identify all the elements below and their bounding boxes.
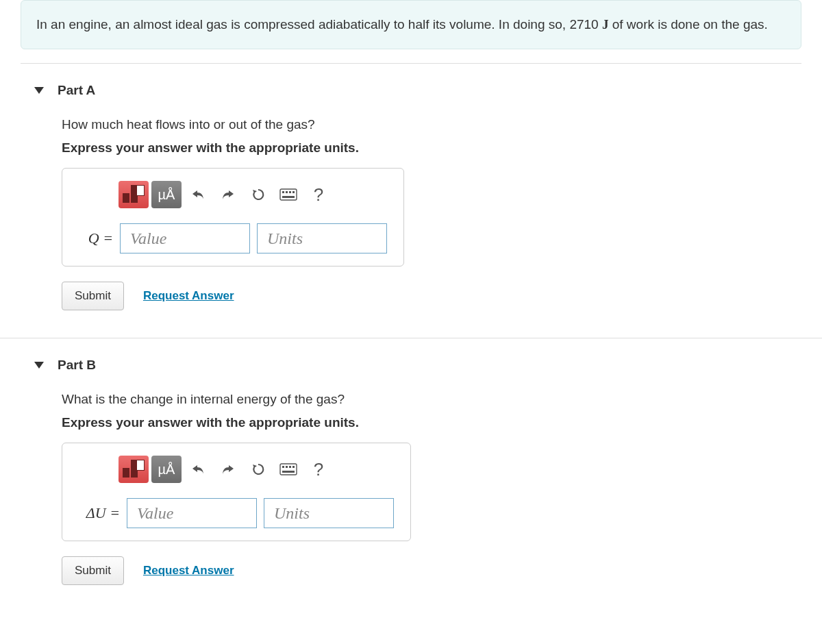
part-a-toolbar: µÅ ? xyxy=(119,181,387,208)
part-a-body: How much heat flows into or out of the g… xyxy=(0,110,822,331)
template-icon[interactable] xyxy=(119,181,149,208)
svg-rect-1 xyxy=(282,191,284,193)
svg-rect-0 xyxy=(280,189,297,200)
redo-icon[interactable] xyxy=(214,181,242,208)
part-b-submit-button[interactable]: Submit xyxy=(62,556,124,585)
svg-rect-6 xyxy=(280,464,297,475)
part-b-var-label: ΔU = xyxy=(79,504,120,522)
part-a-input-row: Q = Value Units xyxy=(79,223,387,253)
part-b-hint: Express your answer with the appropriate… xyxy=(62,415,801,430)
template-icon[interactable] xyxy=(119,456,149,483)
svg-rect-7 xyxy=(282,466,284,468)
keyboard-icon[interactable] xyxy=(275,181,302,208)
part-b-units-input[interactable]: Units xyxy=(264,498,394,528)
intro-text-pre: In an engine, an almost ideal gas is com… xyxy=(36,17,602,32)
part-b-header[interactable]: Part B xyxy=(0,338,822,385)
svg-rect-11 xyxy=(282,471,295,473)
part-a-question: How much heat flows into or out of the g… xyxy=(62,117,801,132)
svg-rect-4 xyxy=(292,191,295,193)
collapse-icon xyxy=(34,87,44,94)
part-a-hint: Express your answer with the appropriate… xyxy=(62,140,801,156)
help-icon[interactable]: ? xyxy=(305,456,332,483)
reset-icon[interactable] xyxy=(245,456,272,483)
part-b-title: Part B xyxy=(58,358,96,373)
problem-intro: In an engine, an almost ideal gas is com… xyxy=(21,0,801,49)
svg-rect-10 xyxy=(292,466,295,468)
part-b-input-row: ΔU = Value Units xyxy=(79,498,394,528)
part-b-question: What is the change in internal energy of… xyxy=(62,392,801,407)
part-b-answer-panel: µÅ ? ΔU = Value Units xyxy=(62,443,411,541)
collapse-icon xyxy=(34,362,44,369)
intro-text-post: of work is done on the gas. xyxy=(608,17,767,32)
part-a-units-input[interactable]: Units xyxy=(257,223,387,253)
part-a-header[interactable]: Part A xyxy=(0,64,822,110)
part-a-actions: Submit Request Answer xyxy=(62,282,801,310)
part-b-toolbar: µÅ ? xyxy=(119,456,394,483)
svg-rect-9 xyxy=(289,466,291,468)
special-chars-icon[interactable]: µÅ xyxy=(151,456,182,483)
svg-rect-3 xyxy=(289,191,291,193)
redo-icon[interactable] xyxy=(214,456,242,483)
keyboard-icon[interactable] xyxy=(275,456,302,483)
part-b-body: What is the change in internal energy of… xyxy=(0,385,822,606)
reset-icon[interactable] xyxy=(245,181,272,208)
part-a-value-input[interactable]: Value xyxy=(120,223,250,253)
svg-rect-5 xyxy=(282,196,295,198)
undo-icon[interactable] xyxy=(184,181,212,208)
part-a-var-label: Q = xyxy=(79,230,113,247)
svg-rect-2 xyxy=(286,191,288,193)
part-a-request-link[interactable]: Request Answer xyxy=(143,289,234,303)
part-b-request-link[interactable]: Request Answer xyxy=(143,564,234,578)
help-icon[interactable]: ? xyxy=(305,181,332,208)
special-chars-icon[interactable]: µÅ xyxy=(151,181,182,208)
part-a-submit-button[interactable]: Submit xyxy=(62,282,124,310)
part-b-actions: Submit Request Answer xyxy=(62,556,801,585)
part-a-answer-panel: µÅ ? Q = Value Units xyxy=(62,168,404,267)
undo-icon[interactable] xyxy=(184,456,212,483)
svg-rect-8 xyxy=(286,466,288,468)
part-b-value-input[interactable]: Value xyxy=(127,498,257,528)
intro-unit: J xyxy=(602,17,609,32)
part-a-title: Part A xyxy=(58,83,95,98)
